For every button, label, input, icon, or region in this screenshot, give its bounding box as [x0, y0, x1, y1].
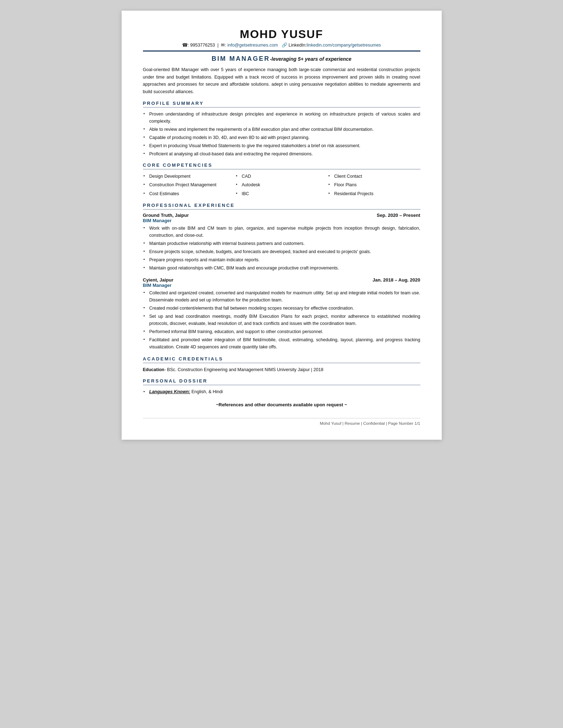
- list-item: Collected and organized created, convert…: [143, 289, 420, 304]
- experience-entry: Ground Truth, JaipurSep. 2020 – PresentB…: [143, 213, 420, 272]
- exp-role: BIM Manager: [143, 218, 420, 223]
- list-item: Capable of producing models in 3D, 4D, a…: [143, 134, 420, 141]
- linkedin-link[interactable]: linkedin.com/company/getsetresumes: [307, 43, 381, 48]
- list-item: Maintain good relationships with CMC, BI…: [143, 264, 420, 272]
- academic-credentials-section: ACADEMIC CREDENTIALS Education- BSc. Con…: [143, 356, 420, 373]
- linkedin-label: LinkedIn:: [288, 43, 307, 48]
- academic-credentials-title: ACADEMIC CREDENTIALS: [143, 356, 420, 363]
- list-item: Proficient at analysing all cloud-based …: [143, 150, 420, 157]
- candidate-name: MOHD YUSUF: [143, 28, 420, 41]
- exp-header: Cyient, JaipurJan. 2018 – Aug. 2020: [143, 277, 420, 283]
- list-item: Able to review and implement the require…: [143, 126, 420, 133]
- profile-summary-section: PROFILE SUMMARY Proven understanding of …: [143, 101, 420, 157]
- academic-text: Education- BSc. Construction Engineering…: [143, 366, 420, 373]
- competency-item: Residential Projects: [328, 190, 420, 198]
- exp-company: Cyient, Jaipur: [143, 277, 174, 283]
- header: MOHD YUSUF ☎: 9953776253 | ✉: info@getse…: [143, 28, 420, 48]
- profile-summary-list: Proven understanding of infrastructure d…: [143, 111, 420, 157]
- list-item: Work with on-site BIM and CM team to pla…: [143, 225, 420, 239]
- exp-role: BIM Manager: [143, 283, 420, 288]
- competency-item: Autodesk: [235, 181, 328, 189]
- contact-line: ☎: 9953776253 | ✉: info@getsetresumes.co…: [143, 42, 420, 48]
- exp-company: Ground Truth, Jaipur: [143, 213, 189, 218]
- linkedin-icon: 🔗: [282, 43, 287, 48]
- footer: Mohd Yusuf | Resume | Confidential | Pag…: [143, 418, 420, 425]
- email-link[interactable]: info@getsetresumes.com: [227, 43, 278, 48]
- summary-text: Goal-oriented BIM Manager with over 5 ye…: [143, 66, 420, 96]
- exp-header: Ground Truth, JaipurSep. 2020 – Present: [143, 213, 420, 218]
- competency-item: Client Contact: [328, 172, 420, 181]
- exp-dates: Jan. 2018 – Aug. 2020: [373, 277, 420, 283]
- dossier-languages: Languages Known: English, & Hindi: [143, 388, 420, 396]
- list-item: Facilitated and promoted wider integrati…: [143, 336, 420, 350]
- list-item: Set up and lead coordination meetings, m…: [143, 313, 420, 327]
- competency-item: Construction Project Management: [143, 181, 235, 189]
- list-item: Performed informal BIM training, educati…: [143, 328, 420, 335]
- experience-entry: Cyient, JaipurJan. 2018 – Aug. 2020BIM M…: [143, 277, 420, 350]
- exp-bullet-list: Collected and organized created, convert…: [143, 289, 420, 350]
- personal-dossier-section: PERSONAL DOSSIER Languages Known: Englis…: [143, 378, 420, 396]
- resume-page: MOHD YUSUF ☎: 9953776253 | ✉: info@getse…: [122, 11, 442, 440]
- list-item: Created model content/elements that fall…: [143, 305, 420, 312]
- job-title: BIM MANAGER: [212, 55, 270, 62]
- competency-item: IBC: [235, 190, 328, 198]
- exp-bullet-list: Work with on-site BIM and CM team to pla…: [143, 225, 420, 272]
- competencies-grid: Design DevelopmentCADClient ContactConst…: [143, 172, 420, 198]
- exp-dates: Sep. 2020 – Present: [377, 213, 420, 218]
- competency-item: CAD: [235, 172, 328, 181]
- job-title-tagline: -leveraging 5+ years of experience: [270, 56, 351, 62]
- profile-summary-title: PROFILE SUMMARY: [143, 101, 420, 108]
- list-item: Proven understanding of infrastructure d…: [143, 111, 420, 125]
- references-text: ~References and other documents availabl…: [143, 402, 420, 407]
- list-item: Ensure projects scope, schedule, budgets…: [143, 248, 420, 255]
- competency-item: Cost Estimates: [143, 190, 235, 198]
- job-title-section: BIM MANAGER-leveraging 5+ years of exper…: [143, 55, 420, 63]
- phone-label: ☎: 9953776253: [182, 43, 215, 48]
- list-item: Expert in producing Visual Method Statem…: [143, 142, 420, 149]
- competency-item: Design Development: [143, 172, 235, 181]
- professional-experience-title: PROFESSIONAL EXPERIENCE: [143, 203, 420, 210]
- professional-experience-section: PROFESSIONAL EXPERIENCE Ground Truth, Ja…: [143, 203, 420, 350]
- personal-dossier-title: PERSONAL DOSSIER: [143, 378, 420, 385]
- list-item: Prepare progress reports and maintain in…: [143, 256, 420, 263]
- core-competencies-title: CORE COMPETENCIES: [143, 162, 420, 170]
- core-competencies-section: CORE COMPETENCIES Design DevelopmentCADC…: [143, 162, 420, 198]
- competency-item: Floor Plans: [328, 181, 420, 189]
- email-label: ✉:: [221, 43, 226, 48]
- list-item: Maintain productive relationship with in…: [143, 240, 420, 247]
- header-divider: [143, 50, 420, 52]
